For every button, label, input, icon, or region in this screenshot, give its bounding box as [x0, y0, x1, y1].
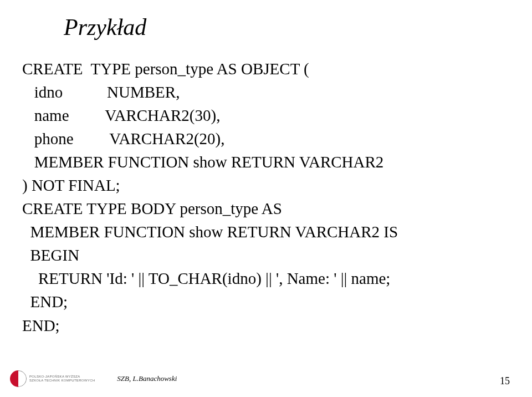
code-line: name VARCHAR2(30), — [22, 106, 220, 124]
footer-left-group: POLSKO-JAPOŃSKA WYŻSZA SZKOŁA TECHNIK KO… — [10, 370, 177, 387]
logo-institution-name: POLSKO-JAPOŃSKA WYŻSZA SZKOŁA TECHNIK KO… — [29, 375, 95, 382]
institution-logo: POLSKO-JAPOŃSKA WYŻSZA SZKOŁA TECHNIK KO… — [10, 370, 95, 387]
code-line: CREATE TYPE BODY person_type AS — [22, 200, 282, 217]
slide-container: Przykład CREATE TYPE person_type AS OBJE… — [0, 0, 532, 397]
slide-title: Przykład — [64, 14, 510, 40]
code-line: END; — [22, 293, 68, 311]
code-line: MEMBER FUNCTION show RETURN VARCHAR2 — [22, 153, 383, 171]
code-line: CREATE TYPE person_type AS OBJECT ( — [22, 60, 309, 78]
logo-text-line2: SZKOŁA TECHNIK KOMPUTEROWYCH — [29, 379, 95, 383]
footer-author: SZB, L.Banachowski — [117, 374, 177, 383]
logo-text-line1: POLSKO-JAPOŃSKA WYŻSZA — [29, 375, 95, 379]
page-number: 15 — [500, 375, 510, 387]
code-line: RETURN 'Id: ' || TO_CHAR(idno) || ', Nam… — [22, 269, 390, 287]
code-line: BEGIN — [22, 246, 79, 264]
code-line: MEMBER FUNCTION show RETURN VARCHAR2 IS — [22, 223, 398, 241]
slide-footer: POLSKO-JAPOŃSKA WYŻSZA SZKOŁA TECHNIK KO… — [0, 370, 532, 387]
logo-circle-icon — [10, 370, 27, 387]
code-example: CREATE TYPE person_type AS OBJECT ( idno… — [22, 57, 510, 337]
code-line: phone VARCHAR2(20), — [22, 130, 224, 147]
code-line: idno NUMBER, — [22, 83, 180, 101]
code-line: END; — [22, 317, 60, 334]
code-line: ) NOT FINAL; — [22, 176, 120, 194]
